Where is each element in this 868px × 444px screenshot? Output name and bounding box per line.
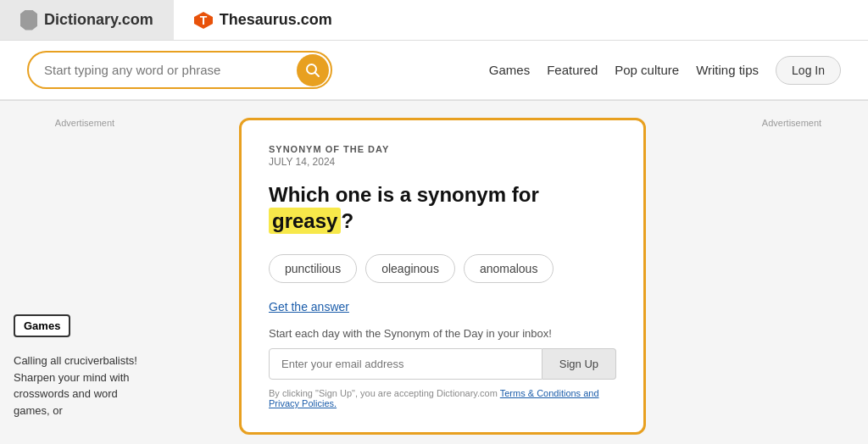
terms-text: By clicking "Sign Up", you are accepting… [269,388,616,408]
main-content: SYNONYM OF THE DAY JULY 14, 2024 Which o… [170,118,715,435]
email-cta-text: Start each day with the Synonym of the D… [269,327,616,340]
top-nav: Dictionary.com T Thesaurus.com [0,0,868,41]
dict-nav-item[interactable]: Dictionary.com [0,0,174,40]
dictionary-icon [20,10,37,31]
login-button[interactable]: Log In [776,56,841,85]
main-nav: Games Featured Pop culture Writing tips … [0,41,868,100]
card-tag: SYNONYM OF THE DAY [269,144,616,154]
thesaurus-icon: T [194,10,213,31]
nav-links: Games Featured Pop culture Writing tips … [489,56,841,85]
search-button[interactable] [297,54,329,86]
thesaurus-site-name: Thesaurus.com [220,11,332,29]
left-ad-label: Advertisement [14,118,156,128]
answer-option-3[interactable]: anomalous [464,254,554,283]
games-badge[interactable]: Games [14,314,70,337]
email-input[interactable] [269,348,542,380]
synonym-card: SYNONYM OF THE DAY JULY 14, 2024 Which o… [239,118,646,435]
svg-text:T: T [199,14,207,27]
nav-featured[interactable]: Featured [547,63,598,77]
nav-games[interactable]: Games [489,63,530,77]
left-sidebar: Advertisement Games Calling all cruciver… [0,118,170,435]
question-before: Which one is a synonym for [269,183,539,206]
thesaurus-nav-item[interactable]: T Thesaurus.com [174,0,868,40]
signup-button[interactable]: Sign Up [542,348,616,380]
right-sidebar: Advertisement [715,118,868,435]
svg-line-3 [315,72,320,76]
get-answer-link[interactable]: Get the answer [269,300,616,314]
search-container [27,51,332,89]
right-ad-label: Advertisement [729,118,854,128]
nav-writing-tips[interactable]: Writing tips [696,63,759,77]
question-word: greasy [269,208,341,234]
answer-options: punctilious oleaginous anomalous [269,254,616,283]
sidebar-text: Calling all cruciverbalists! Sharpen you… [14,352,156,419]
email-row: Sign Up [269,348,616,380]
nav-pop-culture[interactable]: Pop culture [615,63,679,77]
card-question: Which one is a synonym for greasy? [269,181,616,234]
content-area: Advertisement Games Calling all cruciver… [0,101,868,444]
answer-option-2[interactable]: oleaginous [365,254,455,283]
card-date: JULY 14, 2024 [269,156,616,168]
dictionary-site-name: Dictionary.com [44,11,153,29]
search-input[interactable] [27,51,332,89]
answer-option-1[interactable]: punctilious [269,254,357,283]
question-after: ? [341,209,353,232]
